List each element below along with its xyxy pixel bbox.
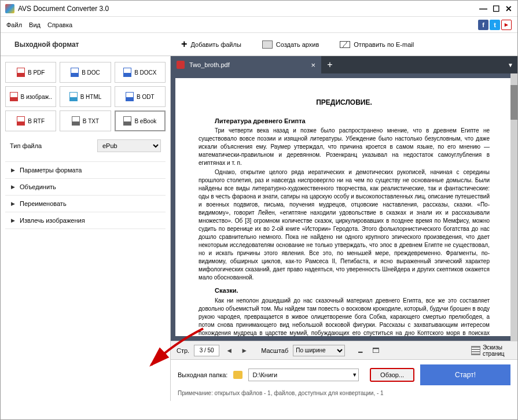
titlebar: AVS Document Converter 3.0 — ☐ ✕ bbox=[1, 1, 517, 17]
create-archive-button[interactable]: Создать архив bbox=[252, 33, 329, 56]
page-controls: Стр. ◄ ► Масштаб По ширине 🗕 🗖 Эскизы ст… bbox=[171, 341, 517, 359]
accordion-extract-images[interactable]: ▶Извлечь изображения bbox=[5, 212, 166, 229]
format-ebook-button[interactable]: В eBook bbox=[115, 110, 166, 131]
doc-para: Как ни неполон дошедший до нас сказочный… bbox=[199, 297, 490, 336]
minimize-button[interactable]: — bbox=[479, 5, 487, 13]
add-files-label: Добавить файлы bbox=[191, 41, 241, 48]
thumbnails-button[interactable]: Эскизы страниц bbox=[471, 344, 512, 357]
document-tab[interactable]: Two_broth.pdf × bbox=[171, 56, 321, 73]
format-rtf-button[interactable]: В RTF bbox=[5, 110, 56, 131]
youtube-icon[interactable]: ▸ bbox=[501, 20, 512, 30]
doc-icon bbox=[71, 68, 79, 77]
thumbnails-icon bbox=[471, 346, 480, 355]
folder-icon bbox=[233, 371, 243, 379]
vertical-scrollbar[interactable] bbox=[510, 73, 517, 341]
filetype-select[interactable]: ePub bbox=[97, 139, 161, 152]
zoom-in-icon[interactable]: 🗖 bbox=[370, 345, 381, 356]
tab-dropdown-icon[interactable]: ▼ bbox=[504, 56, 517, 73]
tab-close-icon[interactable]: × bbox=[311, 61, 315, 69]
next-page-icon[interactable]: ► bbox=[239, 345, 249, 356]
doc-subhead-2: Сказки. bbox=[199, 286, 490, 295]
scroll-thumb[interactable] bbox=[510, 85, 517, 120]
ebook-icon bbox=[123, 116, 131, 126]
chevron-right-icon: ▶ bbox=[11, 218, 15, 223]
add-tab-button[interactable]: + bbox=[321, 56, 339, 73]
rtf-icon bbox=[17, 116, 25, 126]
maximize-button[interactable]: ☐ bbox=[492, 5, 500, 13]
archive-label: Создать архив bbox=[276, 41, 319, 48]
html-icon bbox=[69, 92, 78, 101]
doc-para: Однако, открытие целого ряда иератически… bbox=[199, 168, 490, 282]
facebook-icon[interactable]: f bbox=[478, 20, 488, 30]
format-html-button[interactable]: В HTML bbox=[60, 86, 111, 107]
chevron-right-icon: ▶ bbox=[11, 167, 15, 173]
output-folder-label: Выходная папка: bbox=[178, 371, 227, 378]
output-path-input[interactable] bbox=[248, 369, 359, 381]
format-image-button[interactable]: В изображ.. bbox=[5, 86, 56, 107]
app-icon bbox=[5, 4, 14, 13]
format-pdf-button[interactable]: В PDF bbox=[5, 62, 56, 83]
pdf-tab-icon bbox=[177, 61, 185, 69]
zoom-label: Масштаб bbox=[261, 347, 288, 354]
zoom-select[interactable]: По ширине bbox=[293, 345, 345, 356]
chevron-down-icon[interactable]: ▼ bbox=[352, 372, 357, 378]
menu-help[interactable]: Справка bbox=[47, 21, 72, 28]
chevron-right-icon: ▶ bbox=[11, 201, 15, 207]
doc-heading: ПРЕДИСЛОВИЕ. bbox=[199, 98, 490, 108]
preview-pane: Two_broth.pdf × + ▼ ПРЕДИСЛОВИЕ. Литерат… bbox=[171, 56, 517, 401]
accordion-format-params[interactable]: ▶Параметры формата bbox=[5, 162, 166, 179]
tab-label: Two_broth.pdf bbox=[189, 61, 230, 68]
start-button[interactable]: Старт! bbox=[420, 364, 510, 385]
add-files-button[interactable]: + Добавить файлы bbox=[171, 33, 252, 56]
document-viewport: ПРЕДИСЛОВИЕ. Литература древнего Египта … bbox=[171, 73, 517, 341]
page-input[interactable] bbox=[194, 345, 219, 356]
accordion-rename[interactable]: ▶Переименовать bbox=[5, 196, 166, 212]
menu-view[interactable]: Вид bbox=[29, 21, 41, 28]
page-label: Стр. bbox=[177, 347, 189, 354]
doc-subhead-1: Литература древнего Египта bbox=[199, 117, 490, 126]
menubar: Файл Вид Справка f t ▸ bbox=[1, 17, 517, 33]
bottom-panel: Выходная папка: ▼ Обзор... Старт! Примеч… bbox=[171, 359, 517, 401]
filetype-label: Тип файла bbox=[10, 142, 97, 149]
format-txt-button[interactable]: В TXT bbox=[60, 110, 111, 131]
email-icon bbox=[340, 41, 350, 48]
plus-icon: + bbox=[181, 38, 188, 50]
window-title: AVS Document Converter 3.0 bbox=[18, 5, 479, 13]
send-email-button[interactable]: Отправить по E-mail bbox=[329, 33, 424, 56]
output-format-header: Выходной формат bbox=[1, 40, 171, 49]
format-doc-button[interactable]: В DOC bbox=[60, 62, 111, 83]
zoom-out-icon[interactable]: 🗕 bbox=[355, 345, 366, 356]
txt-icon bbox=[72, 116, 80, 126]
archive-icon bbox=[262, 40, 273, 49]
pdf-icon bbox=[17, 68, 25, 77]
menu-file[interactable]: Файл bbox=[6, 21, 22, 28]
sidebar: В PDF В DOC В DOCX В изображ.. В HTML В … bbox=[1, 56, 171, 401]
doc-para: Три четверти века назад и позже было рас… bbox=[199, 127, 490, 167]
document-page: ПРЕДИСЛОВИЕ. Литература древнего Египта … bbox=[175, 78, 513, 336]
browse-button[interactable]: Обзор... bbox=[370, 368, 414, 382]
image-icon bbox=[10, 92, 18, 101]
chevron-right-icon: ▶ bbox=[11, 184, 15, 190]
toolbar: Выходной формат + Добавить файлы Создать… bbox=[1, 33, 517, 56]
twitter-icon[interactable]: t bbox=[490, 20, 500, 30]
close-button[interactable]: ✕ bbox=[505, 5, 513, 13]
email-label: Отправить по E-mail bbox=[354, 41, 414, 48]
odt-icon bbox=[126, 92, 134, 101]
prev-page-icon[interactable]: ◄ bbox=[224, 345, 234, 356]
format-docx-button[interactable]: В DOCX bbox=[115, 62, 166, 83]
tabbar: Two_broth.pdf × + ▼ bbox=[171, 56, 517, 73]
accordion-merge[interactable]: ▶Объединить bbox=[5, 179, 166, 196]
status-note: Примечание: открытых файлов - 1, файлов,… bbox=[178, 390, 510, 396]
format-odt-button[interactable]: В ODT bbox=[115, 86, 166, 107]
docx-icon bbox=[123, 68, 131, 77]
